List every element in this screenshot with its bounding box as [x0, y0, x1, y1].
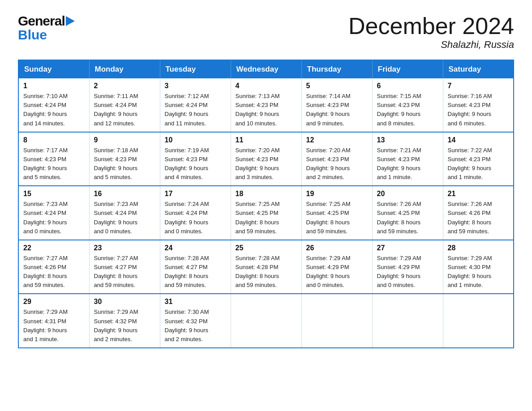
- day-info: Sunrise: 7:24 AMSunset: 4:24 PMDaylight:…: [165, 200, 226, 236]
- calendar-week-row: 29Sunrise: 7:29 AMSunset: 4:31 PMDayligh…: [18, 294, 514, 348]
- logo-blue-text: Blue: [18, 28, 76, 42]
- calendar-cell: 23Sunrise: 7:27 AMSunset: 4:27 PMDayligh…: [89, 240, 160, 294]
- logo-general-text: General: [18, 14, 65, 28]
- day-number: 29: [23, 298, 85, 306]
- day-info: Sunrise: 7:26 AMSunset: 4:26 PMDaylight:…: [448, 200, 509, 236]
- calendar-cell: 14Sunrise: 7:22 AMSunset: 4:23 PMDayligh…: [443, 132, 514, 186]
- day-number: 5: [306, 82, 368, 90]
- day-info: Sunrise: 7:11 AMSunset: 4:24 PMDaylight:…: [94, 92, 155, 128]
- calendar-cell: 31Sunrise: 7:30 AMSunset: 4:32 PMDayligh…: [160, 294, 231, 348]
- calendar-table: SundayMondayTuesdayWednesdayThursdayFrid…: [18, 60, 514, 348]
- day-info: Sunrise: 7:20 AMSunset: 4:23 PMDaylight:…: [306, 146, 368, 182]
- calendar-cell: 27Sunrise: 7:29 AMSunset: 4:29 PMDayligh…: [372, 240, 443, 294]
- calendar-cell: 10Sunrise: 7:19 AMSunset: 4:23 PMDayligh…: [160, 132, 231, 186]
- day-number: 19: [306, 190, 368, 198]
- day-info: Sunrise: 7:29 AMSunset: 4:31 PMDaylight:…: [23, 308, 85, 344]
- calendar-cell: 3Sunrise: 7:12 AMSunset: 4:24 PMDaylight…: [160, 78, 231, 132]
- calendar-header-monday: Monday: [89, 60, 160, 78]
- day-info: Sunrise: 7:28 AMSunset: 4:27 PMDaylight:…: [165, 254, 226, 290]
- day-info: Sunrise: 7:12 AMSunset: 4:24 PMDaylight:…: [165, 92, 226, 128]
- calendar-week-row: 8Sunrise: 7:17 AMSunset: 4:23 PMDaylight…: [18, 132, 514, 186]
- day-number: 12: [306, 136, 368, 144]
- calendar-cell: 20Sunrise: 7:26 AMSunset: 4:25 PMDayligh…: [372, 186, 443, 240]
- calendar-cell: 21Sunrise: 7:26 AMSunset: 4:26 PMDayligh…: [443, 186, 514, 240]
- day-number: 22: [23, 244, 85, 252]
- day-number: 27: [377, 244, 438, 252]
- day-info: Sunrise: 7:29 AMSunset: 4:30 PMDaylight:…: [448, 254, 509, 290]
- calendar-header-wednesday: Wednesday: [231, 60, 301, 78]
- day-number: 4: [236, 82, 297, 90]
- day-number: 17: [165, 190, 226, 198]
- calendar-cell: 29Sunrise: 7:29 AMSunset: 4:31 PMDayligh…: [18, 294, 89, 348]
- calendar-header-saturday: Saturday: [443, 60, 514, 78]
- title-area: December 2024 Shalazhi, Russia: [348, 13, 514, 51]
- day-info: Sunrise: 7:17 AMSunset: 4:23 PMDaylight:…: [23, 146, 85, 182]
- day-number: 23: [94, 244, 155, 252]
- calendar-cell: 1Sunrise: 7:10 AMSunset: 4:24 PMDaylight…: [18, 78, 89, 132]
- day-info: Sunrise: 7:29 AMSunset: 4:29 PMDaylight:…: [377, 254, 438, 290]
- day-number: 18: [236, 190, 297, 198]
- day-number: 9: [94, 136, 155, 144]
- calendar-cell: 25Sunrise: 7:28 AMSunset: 4:28 PMDayligh…: [231, 240, 301, 294]
- calendar-cell: 15Sunrise: 7:23 AMSunset: 4:24 PMDayligh…: [18, 186, 89, 240]
- day-number: 1: [23, 82, 85, 90]
- day-number: 24: [165, 244, 226, 252]
- day-info: Sunrise: 7:19 AMSunset: 4:23 PMDaylight:…: [165, 146, 226, 182]
- day-number: 8: [23, 136, 85, 144]
- calendar-cell: 6Sunrise: 7:15 AMSunset: 4:23 PMDaylight…: [372, 78, 443, 132]
- day-number: 6: [377, 82, 438, 90]
- day-info: Sunrise: 7:23 AMSunset: 4:24 PMDaylight:…: [23, 200, 85, 236]
- day-number: 25: [236, 244, 297, 252]
- calendar-header-friday: Friday: [372, 60, 443, 78]
- calendar-week-row: 1Sunrise: 7:10 AMSunset: 4:24 PMDaylight…: [18, 78, 514, 132]
- day-info: Sunrise: 7:21 AMSunset: 4:23 PMDaylight:…: [377, 146, 438, 182]
- day-info: Sunrise: 7:27 AMSunset: 4:27 PMDaylight:…: [94, 254, 155, 290]
- day-info: Sunrise: 7:10 AMSunset: 4:24 PMDaylight:…: [23, 92, 85, 128]
- day-number: 15: [23, 190, 85, 198]
- day-info: Sunrise: 7:26 AMSunset: 4:25 PMDaylight:…: [377, 200, 438, 236]
- day-number: 30: [94, 298, 155, 306]
- calendar-cell: 13Sunrise: 7:21 AMSunset: 4:23 PMDayligh…: [372, 132, 443, 186]
- svg-marker-0: [66, 16, 75, 26]
- calendar-cell: 17Sunrise: 7:24 AMSunset: 4:24 PMDayligh…: [160, 186, 231, 240]
- calendar-header-tuesday: Tuesday: [160, 60, 231, 78]
- day-info: Sunrise: 7:22 AMSunset: 4:23 PMDaylight:…: [448, 146, 509, 182]
- logo: General Blue: [18, 13, 76, 42]
- calendar-cell: 30Sunrise: 7:29 AMSunset: 4:32 PMDayligh…: [89, 294, 160, 348]
- day-info: Sunrise: 7:16 AMSunset: 4:23 PMDaylight:…: [448, 92, 509, 128]
- calendar-cell: 24Sunrise: 7:28 AMSunset: 4:27 PMDayligh…: [160, 240, 231, 294]
- day-number: 31: [165, 298, 226, 306]
- day-info: Sunrise: 7:13 AMSunset: 4:23 PMDaylight:…: [236, 92, 297, 128]
- calendar-week-row: 22Sunrise: 7:27 AMSunset: 4:26 PMDayligh…: [18, 240, 514, 294]
- calendar-header-thursday: Thursday: [301, 60, 372, 78]
- calendar-cell: 2Sunrise: 7:11 AMSunset: 4:24 PMDaylight…: [89, 78, 160, 132]
- day-number: 13: [377, 136, 438, 144]
- calendar-cell: 5Sunrise: 7:14 AMSunset: 4:23 PMDaylight…: [301, 78, 372, 132]
- day-number: 7: [448, 82, 509, 90]
- calendar-cell: 11Sunrise: 7:20 AMSunset: 4:23 PMDayligh…: [231, 132, 301, 186]
- calendar-cell: 4Sunrise: 7:13 AMSunset: 4:23 PMDaylight…: [231, 78, 301, 132]
- calendar-cell: 22Sunrise: 7:27 AMSunset: 4:26 PMDayligh…: [18, 240, 89, 294]
- day-info: Sunrise: 7:27 AMSunset: 4:26 PMDaylight:…: [23, 254, 85, 290]
- page-header: General Blue December 2024 Shalazhi, Rus…: [18, 13, 514, 51]
- day-info: Sunrise: 7:23 AMSunset: 4:24 PMDaylight:…: [94, 200, 155, 236]
- calendar-header-row: SundayMondayTuesdayWednesdayThursdayFrid…: [18, 60, 514, 78]
- calendar-header-sunday: Sunday: [18, 60, 89, 78]
- calendar-cell: 19Sunrise: 7:25 AMSunset: 4:25 PMDayligh…: [301, 186, 372, 240]
- day-number: 26: [306, 244, 368, 252]
- day-info: Sunrise: 7:25 AMSunset: 4:25 PMDaylight:…: [236, 200, 297, 236]
- calendar-cell: 12Sunrise: 7:20 AMSunset: 4:23 PMDayligh…: [301, 132, 372, 186]
- logo-triangle-icon: [66, 14, 76, 29]
- day-number: 28: [448, 244, 509, 252]
- day-info: Sunrise: 7:29 AMSunset: 4:29 PMDaylight:…: [306, 254, 368, 290]
- calendar-cell: 8Sunrise: 7:17 AMSunset: 4:23 PMDaylight…: [18, 132, 89, 186]
- calendar-cell: 26Sunrise: 7:29 AMSunset: 4:29 PMDayligh…: [301, 240, 372, 294]
- day-info: Sunrise: 7:18 AMSunset: 4:23 PMDaylight:…: [94, 146, 155, 182]
- day-info: Sunrise: 7:30 AMSunset: 4:32 PMDaylight:…: [165, 308, 226, 344]
- day-number: 16: [94, 190, 155, 198]
- calendar-cell: [301, 294, 372, 348]
- calendar-cell: 7Sunrise: 7:16 AMSunset: 4:23 PMDaylight…: [443, 78, 514, 132]
- day-number: 11: [236, 136, 297, 144]
- calendar-cell: [231, 294, 301, 348]
- day-number: 20: [377, 190, 438, 198]
